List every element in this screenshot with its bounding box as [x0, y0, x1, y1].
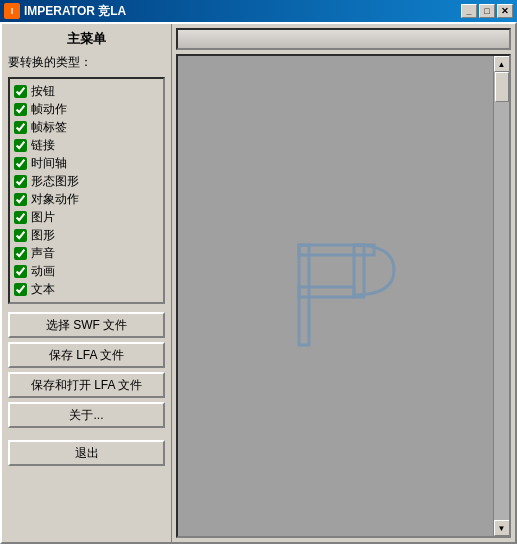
checkbox-cb2[interactable]	[14, 103, 27, 116]
checkbox-label-cb2: 帧动作	[31, 101, 67, 118]
checkbox-label-cb12: 文本	[31, 281, 55, 298]
checkbox-label-cb1: 按钮	[31, 83, 55, 100]
save-open-lfa-button[interactable]: 保存和打开 LFA 文件	[8, 372, 165, 398]
select-swf-button[interactable]: 选择 SWF 文件	[8, 312, 165, 338]
scroll-thumb[interactable]	[495, 72, 509, 102]
checkbox-cb5[interactable]	[14, 157, 27, 170]
list-item[interactable]: 动画	[14, 263, 159, 280]
preview-logo	[279, 230, 409, 363]
list-item[interactable]: 形态图形	[14, 173, 159, 190]
checkbox-label-cb4: 链接	[31, 137, 55, 154]
list-item[interactable]: 时间轴	[14, 155, 159, 172]
checkbox-cb7[interactable]	[14, 193, 27, 206]
right-panel: ▲ ▼	[172, 24, 515, 542]
scroll-down-button[interactable]: ▼	[494, 520, 510, 536]
scroll-track	[494, 72, 509, 520]
checkbox-cb1[interactable]	[14, 85, 27, 98]
checkbox-cb11[interactable]	[14, 265, 27, 278]
title-bar-left: I IMPERATOR 竞LA	[4, 3, 126, 20]
svg-rect-3	[354, 245, 364, 297]
title-bar: I IMPERATOR 竞LA _ □ ✕	[0, 0, 517, 22]
checkbox-cb6[interactable]	[14, 175, 27, 188]
list-item[interactable]: 对象动作	[14, 191, 159, 208]
save-lfa-button[interactable]: 保存 LFA 文件	[8, 342, 165, 368]
checkbox-label-cb11: 动画	[31, 263, 55, 280]
main-window: 主菜单 要转换的类型： 按钮帧动作帧标签链接时间轴形态图形对象动作图片图形声音动…	[0, 22, 517, 544]
checkbox-cb3[interactable]	[14, 121, 27, 134]
list-item[interactable]: 声音	[14, 245, 159, 262]
button-group: 选择 SWF 文件 保存 LFA 文件 保存和打开 LFA 文件 关于... 退…	[8, 312, 165, 466]
vertical-scrollbar[interactable]: ▲ ▼	[493, 56, 509, 536]
checkbox-label-cb3: 帧标签	[31, 119, 67, 136]
list-item[interactable]: 图形	[14, 227, 159, 244]
checkbox-label-cb5: 时间轴	[31, 155, 67, 172]
checkbox-cb10[interactable]	[14, 247, 27, 260]
main-menu-title: 主菜单	[8, 30, 165, 48]
app-icon: I	[4, 3, 20, 19]
maximize-button[interactable]: □	[479, 4, 495, 18]
checkbox-cb8[interactable]	[14, 211, 27, 224]
left-panel: 主菜单 要转换的类型： 按钮帧动作帧标签链接时间轴形态图形对象动作图片图形声音动…	[2, 24, 172, 542]
title-bar-buttons: _ □ ✕	[461, 4, 513, 18]
about-button[interactable]: 关于...	[8, 402, 165, 428]
close-button[interactable]: ✕	[497, 4, 513, 18]
list-item[interactable]: 帧标签	[14, 119, 159, 136]
list-item[interactable]: 文本	[14, 281, 159, 298]
checkbox-label-cb8: 图片	[31, 209, 55, 226]
list-item[interactable]: 按钮	[14, 83, 159, 100]
scroll-up-button[interactable]: ▲	[494, 56, 510, 72]
top-bar	[176, 28, 511, 50]
checkbox-label-cb9: 图形	[31, 227, 55, 244]
convert-types-label: 要转换的类型：	[8, 54, 165, 71]
checkbox-list: 按钮帧动作帧标签链接时间轴形态图形对象动作图片图形声音动画文本	[8, 77, 165, 304]
list-item[interactable]: 图片	[14, 209, 159, 226]
preview-area: ▲ ▼	[176, 54, 511, 538]
list-item[interactable]: 帧动作	[14, 101, 159, 118]
minimize-button[interactable]: _	[461, 4, 477, 18]
checkbox-label-cb10: 声音	[31, 245, 55, 262]
window-title: IMPERATOR 竞LA	[24, 3, 126, 20]
checkbox-label-cb7: 对象动作	[31, 191, 79, 208]
checkbox-cb12[interactable]	[14, 283, 27, 296]
checkbox-cb4[interactable]	[14, 139, 27, 152]
checkbox-label-cb6: 形态图形	[31, 173, 79, 190]
list-item[interactable]: 链接	[14, 137, 159, 154]
checkbox-cb9[interactable]	[14, 229, 27, 242]
svg-rect-2	[299, 287, 354, 297]
exit-button[interactable]: 退出	[8, 440, 165, 466]
